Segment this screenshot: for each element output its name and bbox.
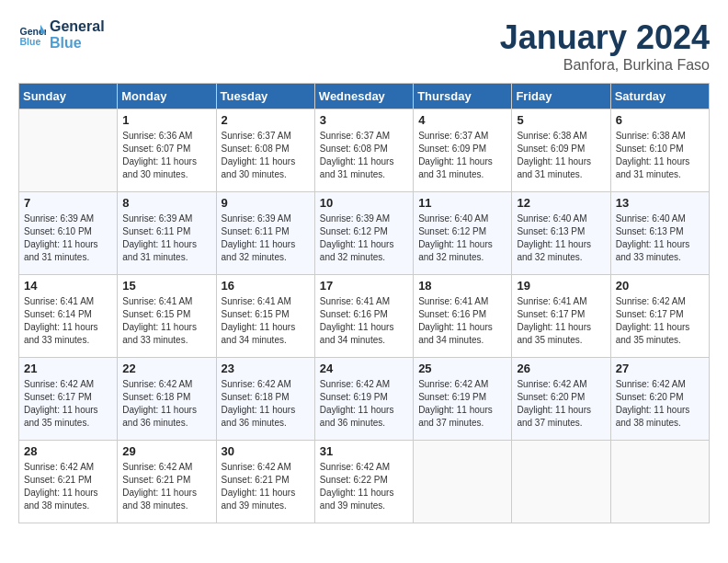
day-number: 2 xyxy=(222,113,310,127)
day-number: 17 xyxy=(320,279,408,293)
day-number: 22 xyxy=(122,362,210,375)
calendar-cell: 13Sunrise: 6:40 AM Sunset: 6:13 PM Dayli… xyxy=(610,192,709,275)
day-info: Sunrise: 6:36 AM Sunset: 6:07 PM Dayligh… xyxy=(122,130,210,181)
day-info: Sunrise: 6:41 AM Sunset: 6:15 PM Dayligh… xyxy=(222,295,310,347)
day-number: 8 xyxy=(122,196,210,210)
day-info: Sunrise: 6:42 AM Sunset: 6:21 PM Dayligh… xyxy=(122,461,210,512)
calendar-cell xyxy=(414,441,512,523)
calendar-table: SundayMondayTuesdayWednesdayThursdayFrid… xyxy=(18,83,710,523)
day-info: Sunrise: 6:42 AM Sunset: 6:17 PM Dayligh… xyxy=(24,378,112,430)
calendar-cell: 29Sunrise: 6:42 AM Sunset: 6:21 PM Dayli… xyxy=(118,441,216,523)
day-info: Sunrise: 6:41 AM Sunset: 6:15 PM Dayligh… xyxy=(122,295,210,347)
calendar-cell: 22Sunrise: 6:42 AM Sunset: 6:18 PM Dayli… xyxy=(118,358,216,441)
weekday-header: Wednesday xyxy=(314,84,413,109)
weekday-header: Saturday xyxy=(610,84,709,109)
calendar-cell: 25Sunrise: 6:42 AM Sunset: 6:19 PM Dayli… xyxy=(414,358,512,441)
day-info: Sunrise: 6:39 AM Sunset: 6:12 PM Dayligh… xyxy=(320,213,408,264)
day-number: 14 xyxy=(24,279,112,293)
day-info: Sunrise: 6:38 AM Sunset: 6:10 PM Dayligh… xyxy=(616,130,704,181)
day-number: 15 xyxy=(122,279,210,293)
day-number: 9 xyxy=(222,196,310,210)
calendar-cell: 4Sunrise: 6:37 AM Sunset: 6:09 PM Daylig… xyxy=(414,109,512,192)
calendar-cell: 6Sunrise: 6:38 AM Sunset: 6:10 PM Daylig… xyxy=(610,109,709,192)
calendar-cell xyxy=(610,441,709,523)
calendar-cell: 1Sunrise: 6:36 AM Sunset: 6:07 PM Daylig… xyxy=(118,109,216,192)
calendar-cell: 11Sunrise: 6:40 AM Sunset: 6:12 PM Dayli… xyxy=(414,192,512,275)
day-number: 10 xyxy=(320,196,408,210)
day-info: Sunrise: 6:39 AM Sunset: 6:11 PM Dayligh… xyxy=(222,213,310,264)
calendar-cell: 17Sunrise: 6:41 AM Sunset: 6:16 PM Dayli… xyxy=(314,275,413,358)
logo-icon: General Blue xyxy=(18,21,46,49)
calendar-cell: 18Sunrise: 6:41 AM Sunset: 6:16 PM Dayli… xyxy=(414,275,512,358)
calendar-cell: 5Sunrise: 6:38 AM Sunset: 6:09 PM Daylig… xyxy=(512,109,610,192)
day-number: 26 xyxy=(517,362,605,375)
weekday-header: Monday xyxy=(118,84,216,109)
calendar-body: 1Sunrise: 6:36 AM Sunset: 6:07 PM Daylig… xyxy=(19,109,710,523)
page-header: General Blue General Blue January 2024 B… xyxy=(18,18,710,74)
day-info: Sunrise: 6:41 AM Sunset: 6:16 PM Dayligh… xyxy=(320,295,408,347)
day-info: Sunrise: 6:41 AM Sunset: 6:16 PM Dayligh… xyxy=(418,295,506,347)
day-number: 11 xyxy=(418,196,506,210)
day-number: 1 xyxy=(122,113,210,127)
calendar-cell: 8Sunrise: 6:39 AM Sunset: 6:11 PM Daylig… xyxy=(118,192,216,275)
calendar-cell: 9Sunrise: 6:39 AM Sunset: 6:11 PM Daylig… xyxy=(216,192,314,275)
day-number: 5 xyxy=(517,113,605,127)
calendar-cell: 31Sunrise: 6:42 AM Sunset: 6:22 PM Dayli… xyxy=(314,441,413,523)
day-info: Sunrise: 6:42 AM Sunset: 6:21 PM Dayligh… xyxy=(24,461,112,512)
calendar-cell: 21Sunrise: 6:42 AM Sunset: 6:17 PM Dayli… xyxy=(19,358,118,441)
day-info: Sunrise: 6:40 AM Sunset: 6:13 PM Dayligh… xyxy=(517,213,605,264)
calendar-cell: 27Sunrise: 6:42 AM Sunset: 6:20 PM Dayli… xyxy=(610,358,709,441)
calendar-cell: 24Sunrise: 6:42 AM Sunset: 6:19 PM Dayli… xyxy=(314,358,413,441)
weekday-header: Tuesday xyxy=(216,84,314,109)
calendar-cell xyxy=(19,109,118,192)
calendar-cell: 3Sunrise: 6:37 AM Sunset: 6:08 PM Daylig… xyxy=(314,109,413,192)
day-number: 16 xyxy=(222,279,310,293)
day-number: 29 xyxy=(122,444,210,458)
day-number: 3 xyxy=(320,113,408,127)
day-info: Sunrise: 6:42 AM Sunset: 6:19 PM Dayligh… xyxy=(320,378,408,430)
calendar-cell: 2Sunrise: 6:37 AM Sunset: 6:08 PM Daylig… xyxy=(216,109,314,192)
day-number: 6 xyxy=(616,113,704,127)
calendar-cell: 20Sunrise: 6:42 AM Sunset: 6:17 PM Dayli… xyxy=(610,275,709,358)
calendar-week-row: 14Sunrise: 6:41 AM Sunset: 6:14 PM Dayli… xyxy=(19,275,710,358)
weekday-header: Friday xyxy=(512,84,610,109)
day-number: 12 xyxy=(517,196,605,210)
day-number: 28 xyxy=(24,444,112,458)
day-number: 13 xyxy=(616,196,704,210)
day-info: Sunrise: 6:42 AM Sunset: 6:21 PM Dayligh… xyxy=(222,461,310,512)
day-info: Sunrise: 6:42 AM Sunset: 6:20 PM Dayligh… xyxy=(517,378,605,430)
day-info: Sunrise: 6:42 AM Sunset: 6:19 PM Dayligh… xyxy=(418,378,506,430)
day-info: Sunrise: 6:40 AM Sunset: 6:13 PM Dayligh… xyxy=(616,213,704,264)
day-number: 24 xyxy=(320,362,408,375)
calendar-cell: 16Sunrise: 6:41 AM Sunset: 6:15 PM Dayli… xyxy=(216,275,314,358)
day-info: Sunrise: 6:42 AM Sunset: 6:20 PM Dayligh… xyxy=(616,378,704,430)
day-number: 30 xyxy=(222,444,310,458)
calendar-title: January 2024 xyxy=(500,18,710,57)
day-number: 25 xyxy=(418,362,506,375)
calendar-cell xyxy=(512,441,610,523)
calendar-cell: 15Sunrise: 6:41 AM Sunset: 6:15 PM Dayli… xyxy=(118,275,216,358)
calendar-cell: 7Sunrise: 6:39 AM Sunset: 6:10 PM Daylig… xyxy=(19,192,118,275)
logo: General Blue General Blue xyxy=(18,18,105,51)
day-number: 27 xyxy=(616,362,704,375)
day-info: Sunrise: 6:39 AM Sunset: 6:11 PM Dayligh… xyxy=(122,213,210,264)
day-info: Sunrise: 6:39 AM Sunset: 6:10 PM Dayligh… xyxy=(24,213,112,264)
day-info: Sunrise: 6:40 AM Sunset: 6:12 PM Dayligh… xyxy=(418,213,506,264)
calendar-cell: 30Sunrise: 6:42 AM Sunset: 6:21 PM Dayli… xyxy=(216,441,314,523)
calendar-subtitle: Banfora, Burkina Faso xyxy=(500,57,710,74)
day-info: Sunrise: 6:42 AM Sunset: 6:18 PM Dayligh… xyxy=(122,378,210,430)
calendar-week-row: 21Sunrise: 6:42 AM Sunset: 6:17 PM Dayli… xyxy=(19,358,710,441)
calendar-cell: 14Sunrise: 6:41 AM Sunset: 6:14 PM Dayli… xyxy=(19,275,118,358)
day-number: 7 xyxy=(24,196,112,210)
calendar-week-row: 28Sunrise: 6:42 AM Sunset: 6:21 PM Dayli… xyxy=(19,441,710,523)
calendar-cell: 28Sunrise: 6:42 AM Sunset: 6:21 PM Dayli… xyxy=(19,441,118,523)
day-number: 23 xyxy=(222,362,310,375)
day-info: Sunrise: 6:37 AM Sunset: 6:08 PM Dayligh… xyxy=(222,130,310,181)
day-number: 21 xyxy=(24,362,112,375)
logo-general: General xyxy=(50,18,105,35)
calendar-cell: 12Sunrise: 6:40 AM Sunset: 6:13 PM Dayli… xyxy=(512,192,610,275)
day-info: Sunrise: 6:37 AM Sunset: 6:08 PM Dayligh… xyxy=(320,130,408,181)
svg-text:Blue: Blue xyxy=(20,35,41,46)
day-info: Sunrise: 6:38 AM Sunset: 6:09 PM Dayligh… xyxy=(517,130,605,181)
calendar-cell: 23Sunrise: 6:42 AM Sunset: 6:18 PM Dayli… xyxy=(216,358,314,441)
